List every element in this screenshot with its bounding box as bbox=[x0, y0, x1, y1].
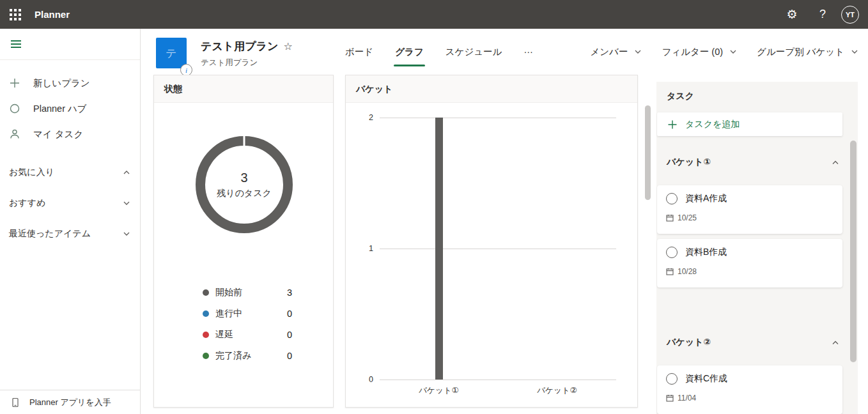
plus-icon bbox=[9, 77, 22, 89]
settings-gear-icon[interactable]: ⚙ bbox=[780, 0, 804, 29]
bucket1-section-header[interactable]: バケット① bbox=[667, 157, 840, 168]
app-shell: 新しいプラン Planner ハブ マイ タスク お気に入り bbox=[0, 29, 868, 414]
legend-value: 0 bbox=[287, 330, 292, 340]
task-title: 資料C作成 bbox=[685, 373, 727, 385]
chevron-down-icon bbox=[633, 47, 642, 56]
sidebar-sections: お気に入り おすすめ 最近使ったアイテム bbox=[0, 157, 140, 249]
group-by-label: グループ別 バケット bbox=[757, 46, 844, 58]
tab-more[interactable]: ··· bbox=[522, 43, 534, 61]
tasks-scrollbar[interactable] bbox=[850, 82, 856, 414]
plan-icon: テ bbox=[156, 38, 187, 68]
legend-row: 開始前3 bbox=[203, 282, 292, 303]
get-planner-app-label: Planner アプリを入手 bbox=[29, 397, 111, 408]
person-icon bbox=[9, 128, 22, 140]
sidebar-item-new-plan[interactable]: 新しいプラン bbox=[0, 70, 140, 96]
status-chart-card: 状態 3 残りのタスク 開始前3進行中0遅延0完了済み0 bbox=[153, 75, 334, 408]
legend-row: 完了済み0 bbox=[203, 345, 292, 366]
plan-titles: テスト用プラン ☆ テスト用プラン bbox=[201, 39, 293, 68]
task-checkbox[interactable] bbox=[666, 193, 678, 204]
calendar-icon bbox=[666, 394, 674, 402]
sidebar-section-recent[interactable]: 最近使ったアイテム bbox=[0, 218, 140, 249]
legend-row: 進行中0 bbox=[203, 303, 292, 324]
status-legend: 開始前3進行中0遅延0完了済み0 bbox=[203, 282, 292, 366]
sidebar-item-planner-hub[interactable]: Planner ハブ bbox=[0, 96, 140, 121]
active-tab-underline bbox=[394, 65, 425, 66]
status-card-title: 状態 bbox=[154, 75, 333, 103]
task-due-date: 10/25 bbox=[678, 213, 697, 222]
y-axis-tick: 2 bbox=[354, 113, 373, 122]
task-title: 資料B作成 bbox=[685, 247, 727, 258]
task-title: 資料A作成 bbox=[685, 193, 727, 204]
plan-title: テスト用プラン bbox=[201, 39, 278, 54]
main-content: テ i テスト用プラン ☆ テスト用プラン ボード グラフ スケジュール ···… bbox=[141, 29, 868, 414]
section-label: おすすめ bbox=[9, 197, 45, 209]
donut-center: 3 残りのタスク bbox=[196, 136, 293, 233]
view-controls: メンバー フィルター (0) グループ別 バケット bbox=[590, 29, 859, 75]
members-dropdown[interactable]: メンバー bbox=[590, 46, 642, 58]
task-due-date: 10/28 bbox=[678, 267, 697, 276]
topbar-actions: ⚙ ? YT bbox=[780, 0, 863, 29]
chevron-down-icon bbox=[122, 199, 131, 208]
tasks-panel-title: タスク bbox=[656, 82, 858, 110]
sidebar-item-my-tasks[interactable]: マイ タスク bbox=[0, 121, 140, 147]
help-icon[interactable]: ? bbox=[810, 0, 835, 29]
bucket2-label: バケット② bbox=[667, 337, 711, 348]
legend-value: 0 bbox=[287, 309, 292, 319]
add-task-button[interactable]: タスクを追加 bbox=[657, 112, 842, 136]
bucket-card-title: バケット bbox=[346, 75, 637, 103]
calendar-icon bbox=[666, 214, 674, 222]
tasks-scrollbar-thumb[interactable] bbox=[850, 141, 856, 362]
legend-row: 遅延0 bbox=[203, 324, 292, 345]
x-axis-category-label: バケット① bbox=[401, 385, 477, 396]
filter-label: フィルター (0) bbox=[662, 46, 723, 58]
task-card[interactable]: 資料A作成 10/25 bbox=[657, 185, 842, 234]
legend-value: 3 bbox=[287, 288, 292, 298]
sidebar-section-suggested[interactable]: おすすめ bbox=[0, 188, 140, 218]
avatar[interactable]: YT bbox=[841, 6, 859, 24]
remaining-count: 3 bbox=[240, 171, 247, 185]
hamburger-menu-icon[interactable] bbox=[0, 32, 23, 56]
waffle-icon bbox=[10, 9, 21, 20]
tab-board[interactable]: ボード bbox=[344, 42, 375, 62]
legend-label: 進行中 bbox=[215, 308, 242, 319]
section-label: 最近使ったアイテム bbox=[9, 228, 91, 240]
members-label: メンバー bbox=[590, 46, 628, 58]
view-tabs: ボード グラフ スケジュール ··· bbox=[344, 29, 534, 75]
legend-value: 0 bbox=[287, 351, 292, 361]
bar bbox=[435, 118, 443, 379]
sidebar-section-favorites[interactable]: お気に入り bbox=[0, 157, 140, 188]
task-checkbox[interactable] bbox=[666, 373, 678, 385]
calendar-icon bbox=[666, 268, 674, 275]
bucket2-section-header[interactable]: バケット② bbox=[667, 337, 840, 348]
sidebar-item-label: Planner ハブ bbox=[33, 103, 87, 115]
charts-scrollbar-thumb[interactable] bbox=[645, 105, 651, 200]
group-by-dropdown[interactable]: グループ別 バケット bbox=[757, 46, 859, 58]
chevron-down-icon bbox=[850, 47, 859, 56]
tab-charts[interactable]: グラフ bbox=[394, 42, 425, 62]
charts-scrollbar[interactable] bbox=[644, 75, 651, 408]
get-planner-app-button[interactable]: Planner アプリを入手 bbox=[0, 390, 140, 414]
bucket-chart-card: バケット 210バケット①バケット② bbox=[345, 75, 638, 408]
filter-dropdown[interactable]: フィルター (0) bbox=[662, 46, 738, 58]
circle-icon bbox=[9, 103, 22, 114]
legend-label: 開始前 bbox=[215, 287, 242, 298]
legend-dot bbox=[203, 353, 209, 359]
chevron-up-icon bbox=[122, 168, 131, 177]
chevron-down-icon bbox=[729, 47, 738, 56]
tasks-panel: タスク タスクを追加 バケット① 資料A作成 bbox=[656, 82, 858, 414]
top-app-bar: Planner ⚙ ? YT bbox=[0, 0, 868, 29]
section-label: お気に入り bbox=[9, 167, 54, 178]
remaining-label: 残りのタスク bbox=[217, 188, 272, 199]
task-checkbox[interactable] bbox=[666, 247, 678, 258]
app-launcher-icon[interactable] bbox=[0, 0, 31, 29]
favorite-star-icon[interactable]: ☆ bbox=[283, 40, 292, 52]
task-card[interactable]: 資料C作成 11/04 bbox=[657, 365, 842, 414]
y-axis-tick: 1 bbox=[354, 244, 373, 253]
task-card[interactable]: 資料B作成 10/28 bbox=[657, 239, 842, 288]
sidebar-item-label: マイ タスク bbox=[33, 128, 83, 141]
legend-dot bbox=[203, 310, 209, 317]
left-sidebar: 新しいプラン Planner ハブ マイ タスク お気に入り bbox=[0, 29, 141, 414]
chevron-up-icon bbox=[831, 158, 840, 167]
tab-schedule[interactable]: スケジュール bbox=[444, 42, 504, 62]
legend-dot bbox=[203, 332, 209, 338]
